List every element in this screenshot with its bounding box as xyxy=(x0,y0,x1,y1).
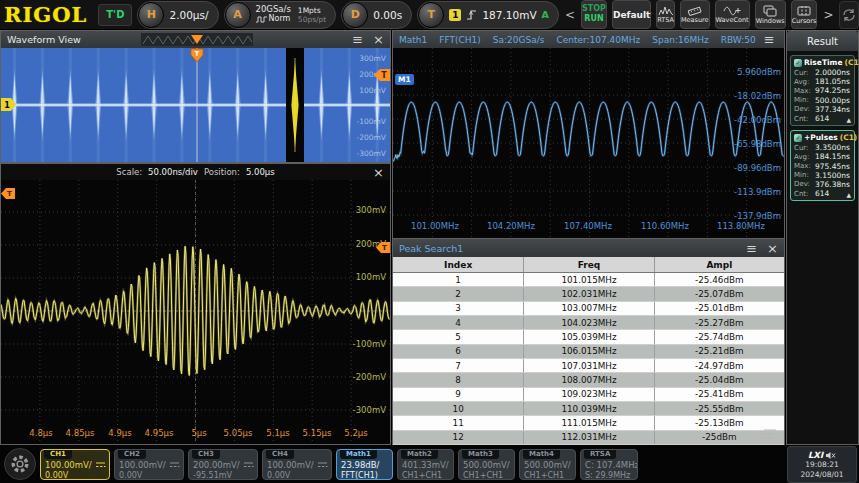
delay-control[interactable]: D 0.00s xyxy=(341,1,412,29)
channel-block-ch1[interactable]: CH1 100.00mV/ Ω 0.00V xyxy=(40,449,110,480)
resize-grip-icon[interactable] xyxy=(760,428,778,440)
table-row[interactable]: 10110.039MHz-25.55dBm xyxy=(393,402,784,416)
math-block-math2[interactable]: Math2 401.33mV/ CH1+CH1 xyxy=(397,449,454,480)
delay-knob[interactable]: D xyxy=(342,2,368,28)
expand-caret-icon[interactable]: ▲ xyxy=(846,191,851,198)
scale-label: Scale: xyxy=(116,167,142,177)
fft-plot[interactable]: M1 5.960dBm-18.02dBm-42.00dBm-65.98dBm-8… xyxy=(393,48,784,238)
wavecont-button[interactable]: WaveCont xyxy=(715,0,750,29)
checkbox-icon[interactable]: ✓ xyxy=(794,134,802,142)
axis-label: 100mV xyxy=(359,86,386,95)
overview-plot[interactable]: 300mV200mV100mV-100mV-200mV-300mV T 1 T xyxy=(1,48,390,162)
trigger-knob[interactable]: T xyxy=(418,2,444,28)
table-cell: 5 xyxy=(393,330,523,343)
channel-block-ch4[interactable]: CH4 100.00mV/ 0.00V xyxy=(262,449,332,480)
menu-icon[interactable]: ≡ xyxy=(764,33,775,46)
table-cell: -25.04dBm xyxy=(654,373,784,386)
measurement-pulses[interactable]: ✓ +Pulses (C1) Cur:3.3500nsAvg:184.15nsM… xyxy=(790,130,855,201)
table-row[interactable]: 8108.007MHz-25.04dBm xyxy=(393,373,784,387)
trigger-time-marker[interactable]: T xyxy=(190,48,205,64)
acquire-knob[interactable]: A xyxy=(225,2,251,28)
position-value: 5.00μs xyxy=(246,167,275,177)
ruler-icon xyxy=(687,5,702,16)
close-icon[interactable]: × xyxy=(767,242,778,255)
horizontal-knob[interactable]: H xyxy=(138,2,164,28)
axis-label: 110.60MHz xyxy=(641,221,689,231)
result-panel: Result ✓ RiseTime (C1) Cur:2.0000nsAvg:1… xyxy=(786,30,859,445)
speaker-muted-icon xyxy=(826,451,836,460)
table-row[interactable]: 2102.031MHz-25.07dBm xyxy=(393,287,784,301)
math1-marker[interactable]: M1 xyxy=(395,74,414,85)
channel-block-ch2[interactable]: CH2 100.00mV/ 0.00V xyxy=(114,449,184,480)
settings-button[interactable] xyxy=(4,448,36,480)
close-icon[interactable]: × xyxy=(373,165,384,180)
trigger-control[interactable]: T 1 187.10mV A xyxy=(417,1,559,29)
status-bar: CH1 100.00mV/ Ω 0.00V CH2 100.00mV/ 0.00… xyxy=(0,445,859,483)
table-row[interactable]: 4104.023MHz-25.27dBm xyxy=(393,316,784,330)
table-row[interactable]: 12112.031MHz-25dBm xyxy=(393,431,784,445)
measurement-row: Cur:2.0000ns xyxy=(794,68,851,77)
measurement-row: Max:974.25ns xyxy=(794,86,851,95)
menu-icon[interactable]: ≡ xyxy=(746,242,757,255)
zoom-scale-bar[interactable]: Scale: 50.00ns/div Position: 5.00μs × xyxy=(1,164,390,181)
svg-text:T: T xyxy=(7,190,12,198)
toolbar-scroll-right[interactable]: > xyxy=(822,8,834,22)
table-row[interactable]: 5105.039MHz-25.74dBm xyxy=(393,330,784,344)
drag-handle-zigzag[interactable] xyxy=(141,33,253,46)
axis-label: -113.9dBm xyxy=(734,187,781,197)
table-cell: -25.07dBm xyxy=(654,287,784,300)
fft-header[interactable]: Math1FFT(CH1)Sa:20GSa/sCenter:107.40MHzS… xyxy=(393,31,784,48)
checkbox-icon[interactable]: ✓ xyxy=(794,59,802,67)
math-block-math3[interactable]: Math3 500.00mV/ CH1+CH1 xyxy=(458,449,515,480)
table-row[interactable]: 9109.023MHz-25.41dBm xyxy=(393,388,784,402)
table-cell: 106.015MHz xyxy=(523,345,653,358)
channel-block-ch3[interactable]: CH3 200.00mV/ Ω -95.51mV xyxy=(188,449,258,480)
table-cell: 11 xyxy=(393,416,523,429)
axis-label: Span:16MHz xyxy=(652,35,708,45)
measurement-row: Cnt:614 xyxy=(794,114,851,123)
trigger-level-marker[interactable]: T xyxy=(376,242,390,253)
trigger-level-marker[interactable]: T xyxy=(374,69,390,81)
menu-icon[interactable]: ≡ xyxy=(352,33,363,46)
svg-text:1: 1 xyxy=(4,101,10,110)
memory-depth: 1Mpts xyxy=(298,6,326,15)
trigger-offscreen-marker[interactable]: T xyxy=(1,188,15,199)
close-icon[interactable]: × xyxy=(373,33,384,46)
measurement-row: Avg:184.15ns xyxy=(794,152,851,161)
table-row[interactable]: 6106.015MHz-25.21dBm xyxy=(393,345,784,359)
rtsa-block[interactable]: RTSA C: 107.4MHz S: 29.9MHz xyxy=(580,449,638,480)
math-block-math1[interactable]: Math1 23.98dB/ FFT(CH1) xyxy=(336,449,393,480)
expand-caret-icon[interactable]: ▲ xyxy=(846,116,851,123)
table-row[interactable]: 1101.015MHz-25.46dBm xyxy=(393,273,784,287)
axis-label: Center:107.40MHz xyxy=(556,35,640,45)
column-header: Freq xyxy=(523,257,653,272)
stop-run-button[interactable]: STOP RUN xyxy=(581,0,607,29)
table-row[interactable]: 7107.031MHz-24.97dBm xyxy=(393,359,784,373)
table-cell: 7 xyxy=(393,359,523,372)
waveform-view-header[interactable]: Waveform View ≡ × xyxy=(1,31,390,48)
system-status-block[interactable]: LXI 19:08:21 2024/08/01 xyxy=(787,446,857,483)
rtsa-button[interactable]: RTSA xyxy=(656,0,675,29)
measure-button[interactable]: Measure xyxy=(680,0,710,29)
rotate-screen-button[interactable] xyxy=(839,1,859,29)
dc-coupling-icon xyxy=(317,461,328,468)
channel1-marker[interactable]: 1 xyxy=(1,98,17,111)
acquire-control[interactable]: A 20GSa/s Norm 1Mpts 50ps/pt xyxy=(224,1,337,29)
zoom-plot[interactable]: 300mV200mV100mV-100mV-200mV-300mV 4.8μs4… xyxy=(1,180,390,444)
table-row[interactable]: 11111.015MHz-25.13dBm xyxy=(393,416,784,430)
math-block-math4[interactable]: Math4 500.00mV/ CH1+CH1 xyxy=(519,449,576,480)
svg-text:T: T xyxy=(381,71,387,80)
overview-waveform xyxy=(1,48,390,162)
windows-button[interactable]: Windows xyxy=(755,0,786,29)
axis-label: 101.00MHz xyxy=(411,221,459,231)
horizontal-scale-control[interactable]: H 2.00μs/ xyxy=(137,1,218,29)
table-row[interactable]: 3103.007MHz-25.01dBm xyxy=(393,302,784,316)
peak-search-header[interactable]: Peak Search1 ≡ × xyxy=(393,239,784,257)
window-title: Peak Search1 xyxy=(399,243,463,254)
clock-date: 2024/08/01 xyxy=(800,470,843,479)
toolbar-scroll-left[interactable]: < xyxy=(564,8,576,22)
measurement-risetime[interactable]: ✓ RiseTime (C1) Cur:2.0000nsAvg:181.05ns… xyxy=(790,55,855,126)
default-button[interactable]: Default xyxy=(612,0,651,29)
cursors-button[interactable]: Cursors xyxy=(791,0,818,29)
axis-label: -137.9dBm xyxy=(734,211,781,221)
